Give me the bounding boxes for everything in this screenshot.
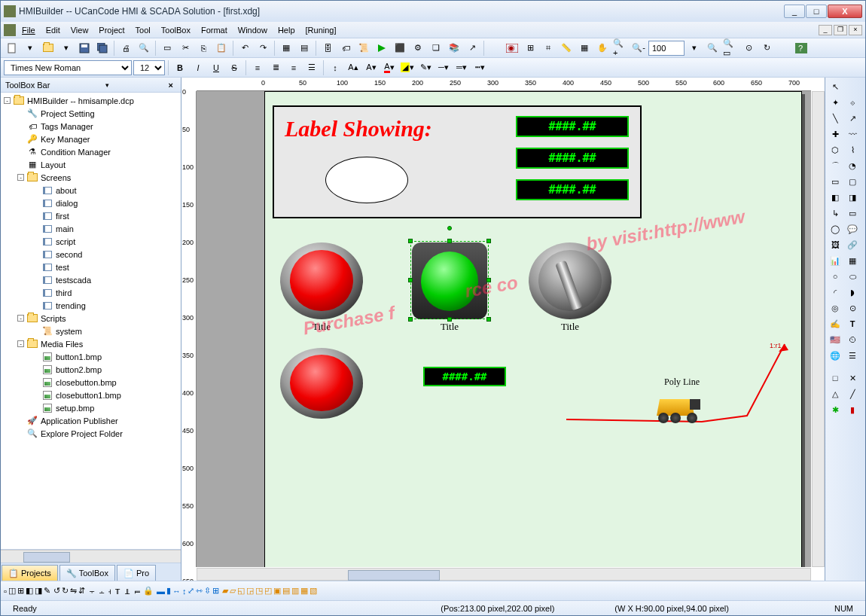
refresh-button[interactable]: ↻ [758,40,775,56]
donut-tool[interactable]: ◎ [827,300,843,316]
link-tool[interactable]: 🔗 [844,237,861,252]
panel-label[interactable]: Label Showing: ####.## ####.## ####.## [273,105,642,218]
tab-toolbox[interactable]: 🔧ToolBox [59,565,115,581]
selection-handle[interactable] [486,278,491,282]
mdi-restore[interactable]: ❐ [834,25,847,35]
ungroup-button[interactable]: ▤ [296,40,313,56]
blank-tool[interactable] [844,79,861,94]
rotation-handle[interactable] [447,226,452,230]
snap-button[interactable]: ⌗ [540,40,556,56]
lasso-tool[interactable]: ⟐ [844,95,861,110]
redo-button[interactable]: ↷ [255,40,271,56]
arrow-tool[interactable]: ↗ [844,111,861,126]
tree-script-system[interactable]: system [56,327,82,336]
rect-tool[interactable]: ▭ [827,174,843,189]
pan-button[interactable]: ✋ [594,40,611,56]
preview-button[interactable]: 🔍 [136,40,152,56]
order-fwd[interactable]: ◱ [237,586,245,596]
line-tool[interactable]: ╲ [827,111,843,126]
order-bwd[interactable]: ◲ [246,586,254,596]
x-tool[interactable]: ✕ [844,371,861,386]
zoom100-button[interactable]: ⊙ [740,40,757,56]
help-button[interactable]: ? [793,40,810,56]
menu-tool[interactable]: Tool [131,24,155,36]
space-v[interactable]: ⇳ [204,586,211,596]
export-button[interactable]: ↗ [464,40,480,56]
tree-publisher[interactable]: Application Publisher [41,416,118,425]
menu-project[interactable]: Project [94,24,129,36]
align-tool-5[interactable]: ◨ [35,586,42,596]
zoom-input[interactable] [648,41,685,56]
selection-handle[interactable] [486,317,491,322]
tree-screen-script[interactable]: script [56,237,75,246]
tree-screen-about[interactable]: about [56,186,77,195]
grid-button[interactable]: ⊞ [522,40,538,56]
same-h[interactable]: ↕ [182,587,187,596]
selection-handle[interactable] [408,317,413,322]
align-tool-2[interactable]: ◫ [8,586,16,596]
align-just-button[interactable]: ☰ [303,59,320,76]
tree-hscroll[interactable] [1,550,181,563]
tree-media-item[interactable]: button1.bmp [56,352,102,361]
db-button[interactable]: 🗄 [319,40,336,56]
tree-screen-dialog[interactable]: dialog [56,199,78,208]
flip-h[interactable]: ⇋ [70,586,77,596]
line-width-button[interactable]: ═▾ [453,59,470,76]
dist-v[interactable]: ▮ [166,586,171,596]
mdi-close[interactable]: × [849,25,862,35]
tree-layout[interactable]: Layout [41,160,66,169]
saveall-button[interactable] [94,40,111,56]
tree-screen-test[interactable]: test [56,263,69,272]
pointer-tool[interactable]: ↖ [827,79,843,94]
cut-button[interactable]: ✂ [177,40,194,56]
run-button[interactable] [374,40,390,56]
font-dec-button[interactable]: A▾ [363,59,380,76]
dist-h[interactable]: ▬ [157,587,165,596]
tree-screens[interactable]: Screens [41,173,71,182]
close-button[interactable]: X [828,5,862,18]
roundrect-tool[interactable]: ▢ [844,174,861,189]
tree-key-manager[interactable]: Key Manager [41,135,90,144]
save-button[interactable] [76,40,93,56]
align-tool-4[interactable]: ◧ [26,586,33,596]
mdi-minimize[interactable]: _ [819,25,832,35]
align-tool-3[interactable]: ⊞ [17,586,24,596]
selection-handle[interactable] [447,239,452,243]
font-family-select[interactable]: Times New Roman [4,60,132,75]
order-7[interactable]: ▧ [310,586,317,596]
chart-tool[interactable]: 📊 [827,253,843,268]
same-w[interactable]: ↔ [172,587,181,596]
line2-tool[interactable]: ╱ [844,386,861,401]
order-3[interactable]: ▣ [273,586,281,596]
arc-tool[interactable]: ⌒ [827,158,843,173]
new-button[interactable] [4,40,20,56]
callout-tool[interactable]: ◯ [827,221,843,236]
undo-button[interactable]: ↶ [236,40,253,56]
display-3[interactable]: ####.## [516,179,629,200]
zoomfit-button[interactable]: 🔍 [704,40,721,56]
bold-button[interactable]: B [172,59,188,76]
align-top[interactable]: ⫪ [114,587,122,596]
sidebar-pin-icon[interactable]: ▾ [105,81,109,89]
ring-tool[interactable]: ⊙ [844,300,861,316]
align-middle[interactable]: ⫫ [123,587,132,596]
flag-tool[interactable]: 🇺🇸 [827,332,843,347]
tree-media-item[interactable]: closebutton.bmp [56,378,117,387]
open-dropdown[interactable]: ▾ [58,40,75,56]
align-right-button[interactable]: ≡ [285,59,302,76]
minimize-button[interactable]: _ [784,5,805,18]
strike-button[interactable]: S [226,59,242,76]
freehand-tool[interactable]: ✍ [827,316,843,331]
flip-v[interactable]: ⇵ [78,586,85,596]
selection-handle[interactable] [408,278,413,282]
open-button[interactable] [40,40,56,56]
order-4[interactable]: ▤ [282,586,290,596]
label-showing[interactable]: Label Showing: [285,116,432,142]
settings-button[interactable]: ⚙ [410,40,426,56]
menu-running[interactable]: [Runing] [301,24,341,36]
project-tree[interactable]: -HMIBuilder -- hmisample.dcp 🔧Project Se… [1,93,181,550]
tree-media[interactable]: Media Files [41,340,83,349]
italic-button[interactable]: I [190,59,206,76]
align-tool-1[interactable]: ▫ [4,587,7,596]
canvas-hscroll[interactable] [197,568,811,581]
